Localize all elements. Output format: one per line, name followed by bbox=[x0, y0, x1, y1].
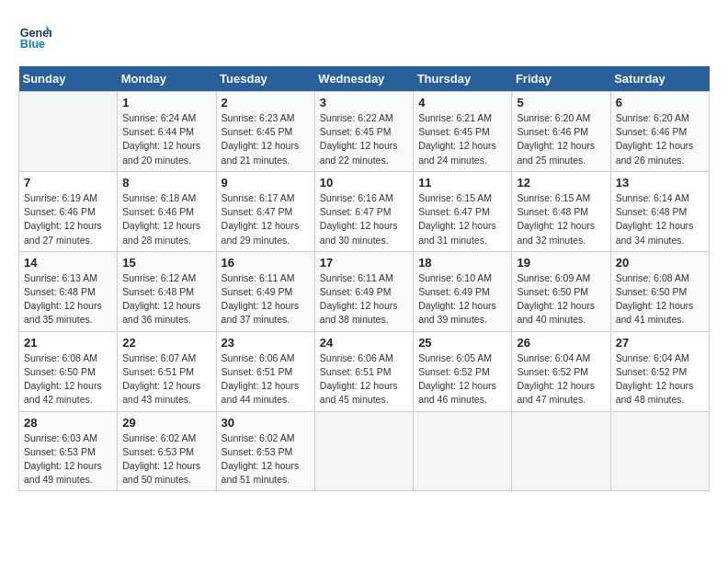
sunset: Sunset: 6:50 PM bbox=[517, 286, 588, 297]
calendar-header-row: SundayMondayTuesdayWednesdayThursdayFrid… bbox=[19, 66, 710, 92]
calendar-table: SundayMondayTuesdayWednesdayThursdayFrid… bbox=[18, 66, 710, 491]
day-cell: 25 Sunrise: 6:05 AM Sunset: 6:52 PM Dayl… bbox=[414, 331, 512, 411]
day-info: Sunrise: 6:02 AM Sunset: 6:53 PM Dayligh… bbox=[122, 431, 210, 488]
day-number: 11 bbox=[418, 176, 506, 190]
day-cell: 14 Sunrise: 6:13 AM Sunset: 6:48 PM Dayl… bbox=[19, 251, 118, 331]
daylight: Daylight: 12 hours and 39 minutes. bbox=[418, 300, 496, 325]
sunset: Sunset: 6:51 PM bbox=[222, 366, 293, 377]
sunrise: Sunrise: 6:18 AM bbox=[122, 192, 196, 203]
day-cell: 11 Sunrise: 6:15 AM Sunset: 6:47 PM Dayl… bbox=[414, 171, 512, 251]
sunrise: Sunrise: 6:02 AM bbox=[222, 432, 295, 443]
sunset: Sunset: 6:47 PM bbox=[418, 206, 490, 217]
daylight: Daylight: 12 hours and 34 minutes. bbox=[616, 220, 694, 245]
daylight: Daylight: 12 hours and 48 minutes. bbox=[616, 380, 694, 405]
day-info: Sunrise: 6:18 AM Sunset: 6:46 PM Dayligh… bbox=[122, 191, 210, 247]
day-info: Sunrise: 6:14 AM Sunset: 6:48 PM Dayligh… bbox=[616, 191, 704, 247]
day-cell: 19 Sunrise: 6:09 AM Sunset: 6:50 PM Dayl… bbox=[512, 251, 610, 331]
daylight: Daylight: 12 hours and 50 minutes. bbox=[122, 460, 200, 485]
sunset: Sunset: 6:45 PM bbox=[222, 126, 293, 137]
day-number: 3 bbox=[320, 96, 408, 109]
sunset: Sunset: 6:53 PM bbox=[222, 446, 293, 457]
daylight: Daylight: 12 hours and 51 minutes. bbox=[222, 460, 300, 485]
week-row-4: 21 Sunrise: 6:08 AM Sunset: 6:50 PM Dayl… bbox=[19, 331, 710, 411]
day-info: Sunrise: 6:08 AM Sunset: 6:50 PM Dayligh… bbox=[616, 271, 704, 327]
sunset: Sunset: 6:48 PM bbox=[517, 206, 588, 217]
sunrise: Sunrise: 6:04 AM bbox=[517, 352, 590, 363]
daylight: Daylight: 12 hours and 20 minutes. bbox=[122, 140, 200, 165]
sunrise: Sunrise: 6:07 AM bbox=[122, 352, 196, 363]
day-info: Sunrise: 6:13 AM Sunset: 6:48 PM Dayligh… bbox=[24, 271, 112, 327]
day-cell: 3 Sunrise: 6:22 AM Sunset: 6:45 PM Dayli… bbox=[314, 92, 413, 172]
week-row-2: 7 Sunrise: 6:19 AM Sunset: 6:46 PM Dayli… bbox=[19, 171, 710, 251]
day-number: 21 bbox=[24, 336, 112, 350]
day-cell: 20 Sunrise: 6:08 AM Sunset: 6:50 PM Dayl… bbox=[610, 251, 709, 331]
day-number: 13 bbox=[616, 176, 704, 190]
day-number: 27 bbox=[616, 336, 704, 350]
day-info: Sunrise: 6:03 AM Sunset: 6:53 PM Dayligh… bbox=[24, 431, 112, 488]
daylight: Daylight: 12 hours and 37 minutes. bbox=[222, 300, 300, 325]
day-info: Sunrise: 6:04 AM Sunset: 6:52 PM Dayligh… bbox=[517, 351, 605, 408]
header-friday: Friday bbox=[512, 66, 610, 92]
week-row-5: 28 Sunrise: 6:03 AM Sunset: 6:53 PM Dayl… bbox=[19, 411, 710, 491]
day-number: 10 bbox=[320, 176, 408, 190]
sunrise: Sunrise: 6:02 AM bbox=[122, 432, 196, 443]
day-info: Sunrise: 6:19 AM Sunset: 6:46 PM Dayligh… bbox=[24, 191, 112, 247]
sunrise: Sunrise: 6:09 AM bbox=[517, 272, 590, 283]
day-info: Sunrise: 6:21 AM Sunset: 6:45 PM Dayligh… bbox=[418, 111, 506, 167]
sunset: Sunset: 6:46 PM bbox=[616, 126, 688, 137]
day-cell bbox=[314, 411, 413, 491]
day-cell: 22 Sunrise: 6:07 AM Sunset: 6:51 PM Dayl… bbox=[118, 331, 216, 411]
sunrise: Sunrise: 6:12 AM bbox=[122, 272, 196, 283]
daylight: Daylight: 12 hours and 28 minutes. bbox=[122, 220, 200, 245]
day-number: 18 bbox=[418, 256, 506, 270]
day-cell: 30 Sunrise: 6:02 AM Sunset: 6:53 PM Dayl… bbox=[216, 411, 314, 491]
day-info: Sunrise: 6:04 AM Sunset: 6:52 PM Dayligh… bbox=[616, 351, 704, 408]
day-number: 6 bbox=[616, 96, 704, 109]
sunset: Sunset: 6:45 PM bbox=[418, 126, 490, 137]
daylight: Daylight: 12 hours and 40 minutes. bbox=[517, 300, 595, 325]
day-info: Sunrise: 6:24 AM Sunset: 6:44 PM Dayligh… bbox=[122, 111, 210, 167]
sunrise: Sunrise: 6:08 AM bbox=[24, 352, 97, 363]
day-number: 8 bbox=[122, 176, 210, 190]
daylight: Daylight: 12 hours and 22 minutes. bbox=[320, 140, 398, 165]
sunrise: Sunrise: 6:04 AM bbox=[616, 352, 689, 363]
daylight: Daylight: 12 hours and 45 minutes. bbox=[320, 380, 398, 405]
sunset: Sunset: 6:49 PM bbox=[418, 286, 490, 297]
sunrise: Sunrise: 6:23 AM bbox=[222, 112, 295, 123]
day-number: 2 bbox=[222, 96, 310, 109]
day-number: 4 bbox=[418, 96, 506, 109]
day-cell bbox=[19, 92, 118, 172]
day-cell: 5 Sunrise: 6:20 AM Sunset: 6:46 PM Dayli… bbox=[512, 92, 610, 172]
day-cell: 4 Sunrise: 6:21 AM Sunset: 6:45 PM Dayli… bbox=[414, 92, 512, 172]
day-cell: 12 Sunrise: 6:15 AM Sunset: 6:48 PM Dayl… bbox=[512, 171, 610, 251]
day-cell: 13 Sunrise: 6:14 AM Sunset: 6:48 PM Dayl… bbox=[610, 171, 709, 251]
day-cell bbox=[414, 411, 512, 491]
day-info: Sunrise: 6:12 AM Sunset: 6:48 PM Dayligh… bbox=[122, 271, 210, 327]
day-info: Sunrise: 6:15 AM Sunset: 6:48 PM Dayligh… bbox=[517, 191, 605, 247]
day-number: 24 bbox=[320, 336, 408, 350]
daylight: Daylight: 12 hours and 42 minutes. bbox=[24, 380, 102, 405]
day-cell: 27 Sunrise: 6:04 AM Sunset: 6:52 PM Dayl… bbox=[610, 331, 709, 411]
day-cell: 10 Sunrise: 6:16 AM Sunset: 6:47 PM Dayl… bbox=[314, 171, 413, 251]
day-cell: 28 Sunrise: 6:03 AM Sunset: 6:53 PM Dayl… bbox=[19, 411, 118, 491]
sunrise: Sunrise: 6:22 AM bbox=[320, 112, 393, 123]
svg-text:Blue: Blue bbox=[20, 38, 45, 51]
day-cell: 6 Sunrise: 6:20 AM Sunset: 6:46 PM Dayli… bbox=[610, 92, 709, 172]
day-cell: 18 Sunrise: 6:10 AM Sunset: 6:49 PM Dayl… bbox=[414, 251, 512, 331]
day-number: 28 bbox=[24, 416, 112, 430]
day-number: 1 bbox=[122, 96, 210, 109]
sunset: Sunset: 6:53 PM bbox=[122, 446, 194, 457]
day-info: Sunrise: 6:06 AM Sunset: 6:51 PM Dayligh… bbox=[320, 351, 408, 408]
daylight: Daylight: 12 hours and 29 minutes. bbox=[222, 220, 300, 245]
day-cell: 2 Sunrise: 6:23 AM Sunset: 6:45 PM Dayli… bbox=[216, 92, 314, 172]
day-cell: 26 Sunrise: 6:04 AM Sunset: 6:52 PM Dayl… bbox=[512, 331, 610, 411]
sunset: Sunset: 6:48 PM bbox=[616, 206, 688, 217]
sunset: Sunset: 6:46 PM bbox=[24, 206, 96, 217]
sunset: Sunset: 6:52 PM bbox=[616, 366, 688, 377]
sunrise: Sunrise: 6:16 AM bbox=[320, 192, 393, 203]
day-info: Sunrise: 6:08 AM Sunset: 6:50 PM Dayligh… bbox=[24, 351, 112, 408]
day-info: Sunrise: 6:22 AM Sunset: 6:45 PM Dayligh… bbox=[320, 111, 408, 167]
sunrise: Sunrise: 6:10 AM bbox=[418, 272, 492, 283]
day-number: 23 bbox=[222, 336, 310, 350]
day-info: Sunrise: 6:09 AM Sunset: 6:50 PM Dayligh… bbox=[517, 271, 605, 327]
